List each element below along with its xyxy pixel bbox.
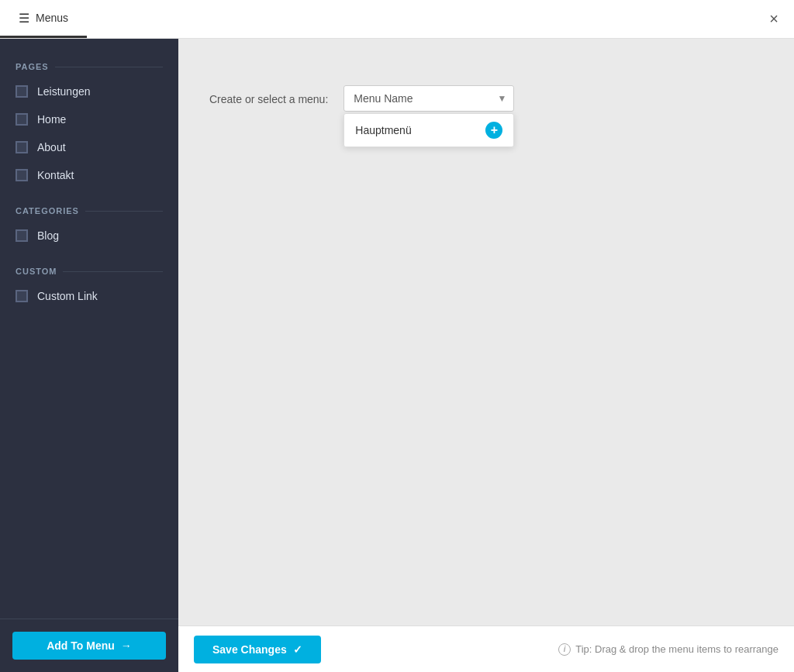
menu-dropdown-list: Hauptmenü + [343,113,514,147]
about-checkbox[interactable] [16,141,28,153]
home-checkbox[interactable] [16,113,28,126]
close-button[interactable]: × [754,10,794,28]
custom-link-checkbox[interactable] [16,290,28,302]
menus-tab[interactable]: ☰ Menus [0,0,87,38]
leistungen-checkbox[interactable] [16,85,28,98]
hauptmenu-label: Hauptmenü [355,124,411,136]
kontakt-checkbox[interactable] [16,169,28,181]
tip-area: i Tip: Drag & drop the menu items to rea… [558,643,778,656]
sidebar-item-leistungen[interactable]: Leistungen [0,78,178,105]
sidebar-content: PAGES Leistungen Home About Kontakt [0,39,178,619]
sidebar-item-custom-link[interactable]: Custom Link [0,282,178,310]
content-main: Create or select a menu: Menu Name Haupt… [178,39,794,625]
top-bar: ☰ Menus × [0,0,794,39]
blog-checkbox[interactable] [16,229,28,242]
tip-info-icon: i [558,643,571,656]
sidebar-item-about[interactable]: About [0,133,178,161]
about-label: About [37,141,66,153]
bottom-bar: Save Changes ✓ i Tip: Drag & drop the me… [178,625,794,672]
categories-section-label: CATEGORIES [0,198,178,222]
add-to-menu-button[interactable]: Add To Menu → [12,632,166,660]
menus-tab-icon: ☰ [19,11,29,26]
add-to-menu-arrow: → [121,639,132,652]
custom-section-label: CUSTOM [0,259,178,282]
blog-label: Blog [37,229,59,242]
sidebar-item-home[interactable]: Home [0,105,178,133]
save-check-icon: ✓ [293,643,302,656]
menu-select-row: Create or select a menu: Menu Name Haupt… [209,85,763,112]
custom-link-label: Custom Link [37,290,98,302]
app-container: ☰ Menus × PAGES Leistungen Home [0,0,794,672]
menu-select-wrapper: Menu Name Hauptmenü ▼ Hauptmenü + [343,85,514,112]
hauptmenu-add-icon[interactable]: + [485,122,502,139]
tip-label: Tip: Drag & drop the menu items to rearr… [575,643,778,655]
add-to-menu-label: Add To Menu [47,639,115,652]
save-changes-button[interactable]: Save Changes ✓ [194,636,321,663]
home-label: Home [37,113,66,126]
sidebar-item-blog[interactable]: Blog [0,222,178,250]
pages-section-label: PAGES [0,54,178,78]
sidebar-footer: Add To Menu → [0,619,178,672]
sidebar: PAGES Leistungen Home About Kontakt [0,39,178,672]
hauptmenu-item[interactable]: Hauptmenü + [344,114,513,146]
menu-select-label: Create or select a menu: [209,85,328,105]
sidebar-item-kontakt[interactable]: Kontakt [0,161,178,189]
menu-name-select[interactable]: Menu Name Hauptmenü [343,85,514,112]
save-changes-label: Save Changes [212,643,287,656]
leistungen-label: Leistungen [37,85,91,98]
menus-tab-label: Menus [36,12,68,24]
content-area: Create or select a menu: Menu Name Haupt… [178,39,794,672]
main-layout: PAGES Leistungen Home About Kontakt [0,39,794,672]
kontakt-label: Kontakt [37,169,74,181]
